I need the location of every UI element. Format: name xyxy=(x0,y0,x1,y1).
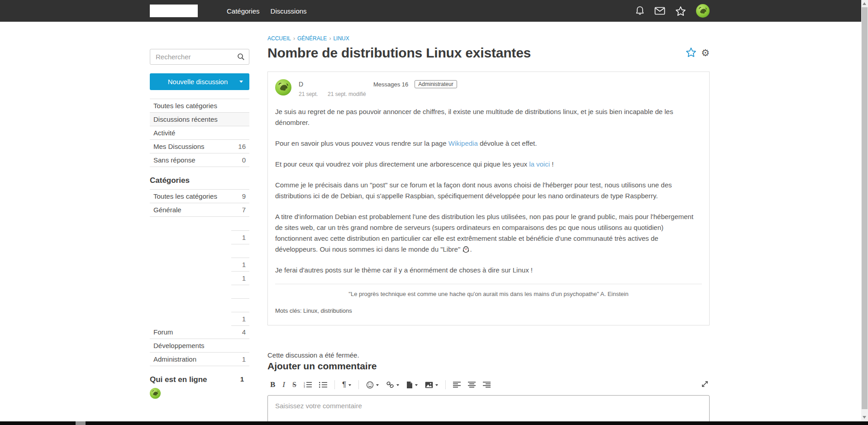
nav-categories[interactable]: Catégories xyxy=(227,7,260,15)
italic-button[interactable]: I xyxy=(280,379,288,391)
discussion-post: D Messages 16 Administrateur 21 sept. 21… xyxy=(267,72,710,325)
post-author-avatar[interactable] xyxy=(275,79,291,96)
link-button[interactable] xyxy=(383,380,402,390)
bookmark-star-icon[interactable] xyxy=(686,47,696,59)
align-left-button[interactable] xyxy=(450,380,463,389)
sidebar-item-count: 9 xyxy=(242,192,246,200)
sidebar-item[interactable]: Toutes les catégories xyxy=(150,99,249,113)
post-author-name[interactable]: D xyxy=(299,81,336,88)
breadcrumb-item[interactable]: GÉNÉRALE xyxy=(297,35,327,42)
breadcrumb-separator: › xyxy=(329,35,331,42)
chevron-down-icon xyxy=(396,384,399,386)
sidebar-item[interactable]: Développements xyxy=(150,339,249,353)
emoji-button[interactable] xyxy=(363,380,382,390)
sidebar-item-redacted[interactable]: 1 xyxy=(150,271,249,285)
sidebar-item[interactable]: Mes Discussions16 xyxy=(150,140,249,153)
sidebar-item-label: Générale xyxy=(153,206,181,214)
nav-discussions[interactable]: Discussions xyxy=(271,7,307,15)
comment-editor-toolbar: BIS123¶ xyxy=(267,379,710,391)
breadcrumb-item[interactable]: ACCUEIL xyxy=(267,35,291,42)
sidebar-item[interactable]: Administration1 xyxy=(150,353,249,366)
new-discussion-label: Nouvelle discussion xyxy=(150,78,239,86)
online-user-avatar[interactable] xyxy=(150,388,161,399)
ordered-list-button[interactable]: 123 xyxy=(301,380,315,389)
sidebar-item-label: Discussions récentes xyxy=(153,115,218,123)
scrollbar-thumb[interactable] xyxy=(862,7,868,409)
sidebar-item-label: Mes Discussions xyxy=(153,143,205,150)
role-badge: Administrateur xyxy=(415,80,457,88)
sidebar-item-redacted[interactable]: 1 xyxy=(150,312,249,325)
svg-text:3: 3 xyxy=(304,386,305,388)
sidebar-item-count: 0 xyxy=(242,156,246,164)
sidebar-item-redacted[interactable] xyxy=(150,298,249,312)
top-nav: Catégories Discussions xyxy=(227,7,307,15)
sidebar-item[interactable]: Activité xyxy=(150,126,249,140)
discussion-closed-notice: Cette discussion a été fermée. xyxy=(267,351,710,359)
sidebar-item-redacted[interactable] xyxy=(150,285,249,298)
sidebar-item-count: 4 xyxy=(242,328,246,336)
sidebar-item[interactable]: Discussions récentes xyxy=(150,113,249,126)
image-button[interactable] xyxy=(422,380,441,390)
page-title: Nombre de distributions Linux existantes xyxy=(267,45,531,61)
search-icon[interactable] xyxy=(237,53,245,62)
post-paragraph: Je ferai d'autres posts sur le thème car… xyxy=(275,265,702,276)
sidebar-item-label: Sans réponse xyxy=(153,156,196,164)
post-message-count: Messages 16 xyxy=(373,81,408,88)
forum-page: Catégories Discussions xyxy=(0,0,868,425)
breadcrumb-separator: › xyxy=(293,35,295,42)
online-heading: Qui est en ligne 1 xyxy=(150,375,249,384)
post-inline-link[interactable]: Wikipedia xyxy=(448,139,478,147)
bold-button[interactable]: B xyxy=(267,379,278,391)
strikethrough-button[interactable]: S xyxy=(290,379,299,390)
post-date[interactable]: 21 sept. xyxy=(299,91,318,97)
add-comment-heading: Ajouter un commentaire xyxy=(267,361,710,372)
sidebar-item[interactable]: Forum4 xyxy=(150,325,249,339)
scrollbar-down-arrow[interactable] xyxy=(863,416,866,419)
align-right-button[interactable] xyxy=(480,380,493,389)
expand-editor-icon[interactable] xyxy=(700,379,710,391)
sidebar-item-count: 1 xyxy=(242,315,246,323)
scrollbar-up-arrow[interactable] xyxy=(863,2,866,5)
post-signature: "Le progrès technique est comme une hach… xyxy=(275,291,702,297)
sidebar-categories: Toutes les catégories9Générale71111Forum… xyxy=(150,189,249,366)
sidebar-item[interactable]: Générale7 xyxy=(150,203,249,217)
sidebar-item-label: Forum xyxy=(153,328,173,336)
online-count: 1 xyxy=(240,375,246,384)
sidebar-item-count: 1 xyxy=(242,355,246,363)
align-center-button[interactable] xyxy=(465,380,478,389)
messages-envelope-icon[interactable] xyxy=(654,7,665,15)
sidebar-item-redacted[interactable] xyxy=(150,217,249,230)
unordered-list-button[interactable] xyxy=(316,380,330,389)
sidebar-item-count: 16 xyxy=(238,143,246,150)
toolbar-separator xyxy=(445,380,446,389)
chevron-down-icon xyxy=(239,81,243,83)
paragraph-button[interactable]: ¶ xyxy=(339,379,354,391)
search-input[interactable] xyxy=(150,49,249,65)
sidebar-item-label: Activité xyxy=(153,129,175,137)
sidebar-item-redacted[interactable]: 1 xyxy=(150,258,249,271)
site-logo[interactable] xyxy=(150,5,198,17)
bottom-edge-strip xyxy=(0,421,868,425)
toolbar-separator xyxy=(358,380,359,389)
discussion-options-gear-icon[interactable]: ⚙ xyxy=(701,48,710,58)
new-discussion-button[interactable]: Nouvelle discussion xyxy=(150,73,249,90)
sidebar-item-redacted[interactable] xyxy=(150,244,249,258)
sidebar-item-label: Toutes les catégories xyxy=(153,192,217,200)
notifications-bell-icon[interactable] xyxy=(635,6,644,16)
breadcrumb-item[interactable]: LINUX xyxy=(333,35,349,42)
user-avatar[interactable] xyxy=(696,4,710,18)
sidebar-item-count: 1 xyxy=(242,274,246,282)
bookmarks-star-icon[interactable] xyxy=(675,6,686,16)
file-button[interactable] xyxy=(404,380,420,390)
toolbar-separator xyxy=(334,380,335,389)
post-paragraph: Comme je le précisais dans un "post" sur… xyxy=(275,180,702,201)
sidebar-item[interactable]: Toutes les catégories9 xyxy=(150,190,249,203)
post-inline-link[interactable]: la voici xyxy=(529,160,550,168)
post-tags: Mots clés: Linux, distributions xyxy=(275,307,702,314)
main-content: ACCUEIL›GÉNÉRALE›LINUX Nombre de distrib… xyxy=(267,22,710,425)
sidebar-item-redacted[interactable]: 1 xyxy=(150,230,249,244)
vertical-scrollbar[interactable] xyxy=(861,0,868,425)
sidebar-item[interactable]: Sans réponse0 xyxy=(150,153,249,167)
comment-input[interactable] xyxy=(267,395,710,425)
chevron-down-icon xyxy=(415,384,418,386)
